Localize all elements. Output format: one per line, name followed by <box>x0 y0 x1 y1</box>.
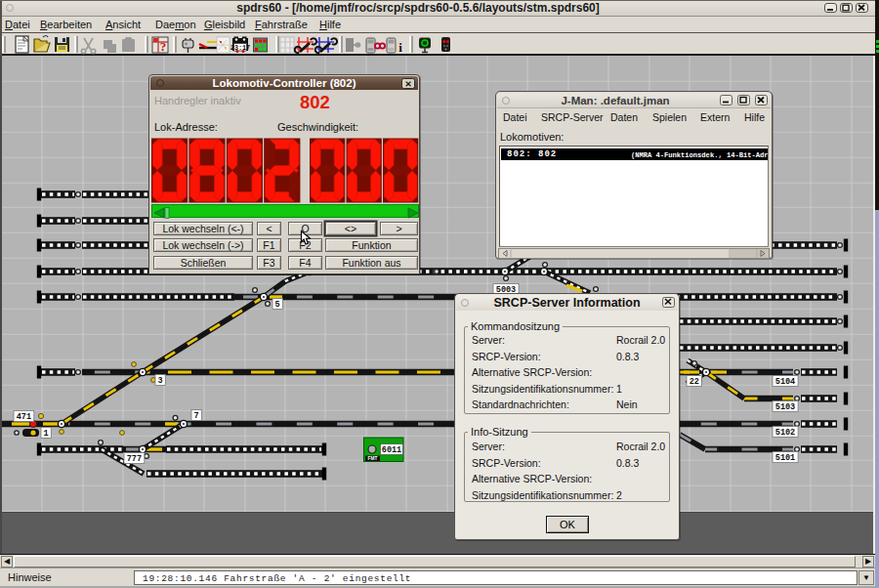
svg-text:5103: 5103 <box>775 402 795 412</box>
svg-text:471: 471 <box>17 412 31 422</box>
svg-text:777: 777 <box>127 454 142 464</box>
svg-text:7: 7 <box>194 411 199 421</box>
svg-text:?: ? <box>160 39 167 54</box>
svg-text:i: i <box>398 40 402 55</box>
svg-text:5101: 5101 <box>775 453 795 463</box>
svg-text:3: 3 <box>158 376 163 386</box>
svg-text:5: 5 <box>275 300 280 310</box>
svg-text:FMT: FMT <box>368 456 378 461</box>
svg-text:23:17: 23:17 <box>230 44 250 52</box>
svg-text:5102: 5102 <box>775 428 795 438</box>
svg-text:1: 1 <box>44 429 49 439</box>
svg-text:6011: 6011 <box>382 445 401 455</box>
svg-text:5104: 5104 <box>775 377 795 387</box>
svg-text:22: 22 <box>690 377 699 387</box>
